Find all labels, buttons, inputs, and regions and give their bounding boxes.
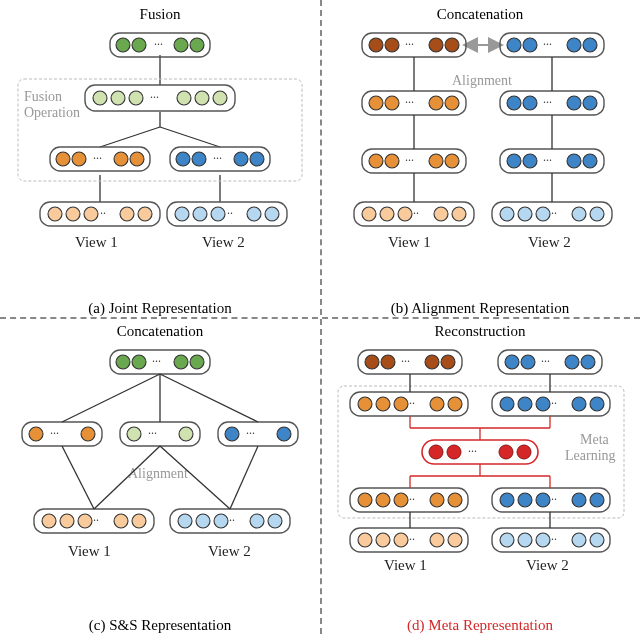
panel-d-title: Reconstruction (435, 323, 526, 340)
panel-c-title: Concatenation (117, 323, 204, 340)
svg-text:···: ··· (468, 444, 477, 458)
svg-point-189 (500, 493, 514, 507)
svg-point-30 (192, 152, 206, 166)
svg-text:View 2: View 2 (528, 234, 571, 250)
svg-point-35 (48, 207, 62, 221)
svg-text:···: ··· (543, 95, 552, 109)
meta-learning-label: Meta (580, 432, 610, 447)
svg-text:Operation: Operation (24, 105, 80, 120)
svg-point-171 (536, 397, 550, 411)
svg-point-190 (518, 493, 532, 507)
svg-text:···: ··· (401, 354, 410, 368)
svg-point-182 (358, 493, 372, 507)
svg-text:···: ··· (148, 426, 157, 440)
svg-point-136 (250, 514, 264, 528)
svg-text:···: ··· (150, 90, 159, 104)
svg-text:···: ··· (543, 37, 552, 51)
svg-point-24 (72, 152, 86, 166)
svg-point-133 (196, 514, 210, 528)
svg-point-194 (590, 493, 604, 507)
svg-text:View 1: View 1 (388, 234, 431, 250)
svg-point-107 (116, 355, 130, 369)
svg-point-197 (376, 533, 390, 547)
svg-text:View 1: View 1 (384, 557, 427, 573)
svg-point-27 (130, 152, 144, 166)
svg-point-26 (114, 152, 128, 166)
svg-text:View 2: View 2 (526, 557, 569, 573)
svg-point-86 (507, 154, 521, 168)
svg-point-69 (398, 207, 412, 221)
svg-point-113 (29, 427, 43, 441)
svg-point-13 (190, 38, 204, 52)
svg-text:··: ·· (551, 206, 557, 220)
svg-line-138 (62, 374, 160, 422)
svg-line-2 (100, 127, 160, 147)
svg-point-87 (523, 154, 537, 168)
svg-point-200 (430, 533, 444, 547)
svg-point-19 (177, 91, 191, 105)
svg-line-144 (230, 446, 258, 509)
svg-point-84 (583, 96, 597, 110)
svg-text:··: ·· (413, 206, 419, 220)
svg-point-94 (536, 207, 550, 221)
panel-d-diagram: Meta Learning ··· ··· ·· ·· ··· ·· (330, 344, 630, 611)
svg-point-119 (179, 427, 193, 441)
svg-point-10 (132, 38, 146, 52)
svg-point-154 (441, 355, 455, 369)
svg-point-36 (66, 207, 80, 221)
svg-point-42 (175, 207, 189, 221)
svg-point-183 (376, 493, 390, 507)
svg-point-115 (81, 427, 95, 441)
panel-b-caption: (b) Alignment Representation (391, 300, 569, 317)
svg-point-71 (434, 207, 448, 221)
svg-point-126 (60, 514, 74, 528)
panel-b-title: Concatenation (437, 6, 524, 23)
svg-text:··: ·· (409, 396, 415, 410)
view1-label: View 1 (75, 234, 118, 250)
svg-text:···: ··· (405, 95, 414, 109)
svg-point-29 (176, 152, 190, 166)
svg-point-125 (42, 514, 56, 528)
svg-text:···: ··· (50, 426, 59, 440)
svg-point-16 (111, 91, 125, 105)
svg-text:···: ··· (213, 151, 222, 165)
svg-point-9 (116, 38, 130, 52)
svg-point-160 (581, 355, 595, 369)
svg-point-191 (536, 493, 550, 507)
panel-a: Fusion Fusion Operation (0, 0, 320, 317)
svg-point-167 (448, 397, 462, 411)
svg-point-121 (225, 427, 239, 441)
svg-point-40 (138, 207, 152, 221)
svg-point-55 (369, 96, 383, 110)
view2-label: View 2 (202, 234, 245, 250)
svg-point-83 (567, 96, 581, 110)
svg-point-92 (500, 207, 514, 221)
svg-point-176 (429, 445, 443, 459)
svg-point-96 (572, 207, 586, 221)
svg-point-93 (518, 207, 532, 221)
svg-point-186 (430, 493, 444, 507)
panel-d: Reconstruction Meta Learning ··· ··· ·· … (320, 317, 640, 634)
svg-line-140 (160, 374, 258, 422)
svg-point-59 (445, 96, 459, 110)
svg-point-180 (517, 445, 531, 459)
svg-point-72 (452, 207, 466, 221)
svg-point-75 (523, 38, 537, 52)
panel-c-caption: (c) S&S Representation (89, 617, 231, 634)
svg-point-198 (394, 533, 408, 547)
panel-b: Concatenation Alignment ··· (320, 0, 640, 317)
svg-text:Learning: Learning (565, 448, 616, 463)
svg-text:···: ··· (154, 37, 163, 51)
svg-point-130 (132, 514, 146, 528)
svg-point-169 (500, 397, 514, 411)
svg-text:···: ··· (405, 37, 414, 51)
svg-text:··: ·· (551, 492, 557, 506)
svg-line-3 (160, 127, 220, 147)
svg-point-127 (78, 514, 92, 528)
svg-point-111 (190, 355, 204, 369)
svg-point-15 (93, 91, 107, 105)
svg-point-39 (120, 207, 134, 221)
panel-a-caption: (a) Joint Representation (88, 300, 231, 317)
svg-point-123 (277, 427, 291, 441)
svg-point-196 (358, 533, 372, 547)
